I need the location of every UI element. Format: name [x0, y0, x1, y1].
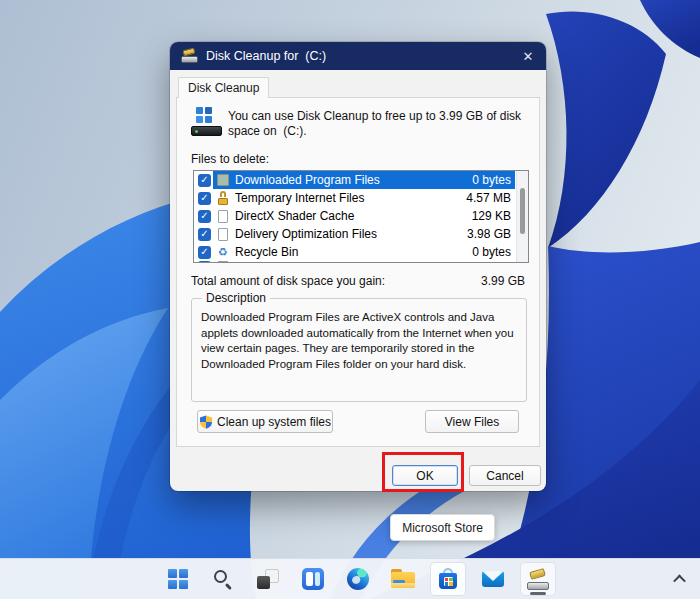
widgets-button[interactable]	[295, 562, 331, 596]
checkbox-checked[interactable]: ✓	[198, 210, 211, 223]
close-icon[interactable]: ✕	[516, 45, 540, 67]
file-explorer-button[interactable]	[385, 562, 421, 596]
desktop: Disk Cleanup for (C:) ✕ Disk Cleanup You…	[0, 0, 700, 599]
tooltip-microsoft-store: Microsoft Store	[390, 514, 495, 541]
file-name: Recycle Bin	[235, 245, 464, 259]
start-button[interactable]	[160, 562, 196, 596]
files-listbox: ✓ Downloaded Program Files 0 bytes ✓ Tem…	[193, 170, 529, 263]
disk-cleanup-taskbar-button[interactable]	[520, 562, 556, 596]
tab-disk-cleanup[interactable]: Disk Cleanup	[178, 77, 269, 98]
task-view-icon	[257, 568, 279, 590]
checkbox-checked[interactable]: ✓	[198, 246, 211, 259]
recycle-bin-icon: ♻	[216, 245, 230, 259]
checkbox-checked[interactable]: ✓	[198, 174, 211, 187]
file-name: DirectX Shader Cache	[235, 209, 464, 223]
mail-icon	[482, 571, 504, 587]
search-button[interactable]	[205, 562, 241, 596]
clean-up-system-files-label: Clean up system files	[217, 415, 331, 429]
widgets-icon	[302, 568, 324, 590]
checkbox-checked[interactable]: ✓	[198, 228, 211, 241]
file-size: 4.57 MB	[466, 191, 511, 205]
edge-button[interactable]	[340, 562, 376, 596]
description-text: Downloaded Program Files are ActiveX con…	[192, 299, 526, 372]
mail-button[interactable]	[475, 562, 511, 596]
edge-browser-icon	[347, 568, 369, 590]
running-app-indicator	[530, 592, 546, 595]
view-files-button[interactable]: View Files	[425, 410, 519, 433]
annotation-highlight-ok	[382, 452, 464, 492]
description-groupbox: Description Downloaded Program Files are…	[191, 298, 527, 402]
file-name: Delivery Optimization Files	[235, 227, 459, 241]
microsoft-store-button[interactable]	[430, 562, 466, 596]
file-size: 0 bytes	[472, 245, 511, 259]
cancel-label: Cancel	[486, 469, 523, 483]
file-size: 3.98 GB	[467, 227, 511, 241]
list-row-partial	[194, 261, 528, 263]
list-row[interactable]: ✓ Downloaded Program Files 0 bytes	[194, 171, 528, 189]
uac-shield-icon	[199, 415, 213, 429]
disk-cleanup-app-icon	[181, 49, 198, 63]
folder-icon	[216, 173, 230, 187]
chevron-up-icon	[673, 574, 686, 587]
total-gain-value: 3.99 GB	[193, 274, 525, 288]
taskbar	[0, 558, 700, 599]
view-files-label: View Files	[445, 415, 499, 429]
list-row[interactable]: ✓ DirectX Shader Cache 129 KB	[194, 207, 528, 225]
tab-page-panel: You can use Disk Cleanup to free up to 3…	[176, 97, 540, 447]
file-size: 129 KB	[472, 209, 511, 223]
tab-label: Disk Cleanup	[188, 81, 259, 95]
checkbox-checked[interactable]: ✓	[198, 192, 211, 205]
list-row[interactable]: ✓ Delivery Optimization Files 3.98 GB	[194, 225, 528, 243]
tooltip-text: Microsoft Store	[402, 521, 483, 535]
file-explorer-icon	[391, 569, 415, 589]
windows-start-icon	[168, 569, 188, 589]
lock-icon	[216, 191, 230, 205]
description-legend: Description	[202, 291, 270, 305]
clean-up-system-files-button[interactable]: Clean up system files	[197, 410, 333, 433]
search-icon	[212, 568, 234, 590]
list-row[interactable]: ✓ ♻ Recycle Bin 0 bytes	[194, 243, 528, 261]
dialog-titlebar[interactable]: Disk Cleanup for (C:) ✕	[170, 42, 546, 70]
disk-cleanup-icon	[526, 569, 550, 590]
list-row[interactable]: ✓ Temporary Internet Files 4.57 MB	[194, 189, 528, 207]
file-icon	[216, 227, 230, 241]
taskbar-overflow-button[interactable]	[664, 562, 694, 596]
disk-cleanup-dialog: Disk Cleanup for (C:) ✕ Disk Cleanup You…	[170, 42, 546, 491]
file-size: 0 bytes	[472, 173, 511, 187]
cancel-button[interactable]: Cancel	[469, 465, 541, 486]
file-name: Temporary Internet Files	[235, 191, 458, 205]
file-icon	[216, 209, 230, 223]
dialog-title: Disk Cleanup for (C:)	[206, 49, 326, 63]
file-name: Downloaded Program Files	[235, 173, 464, 187]
files-to-delete-label: Files to delete:	[191, 152, 269, 166]
disk-cleanup-large-icon	[191, 107, 223, 139]
microsoft-store-icon	[437, 568, 459, 590]
task-view-button[interactable]	[250, 562, 286, 596]
scrollbar-thumb[interactable]	[520, 188, 525, 234]
intro-text: You can use Disk Cleanup to free up to 3…	[228, 109, 530, 139]
list-scrollbar[interactable]	[516, 171, 528, 262]
